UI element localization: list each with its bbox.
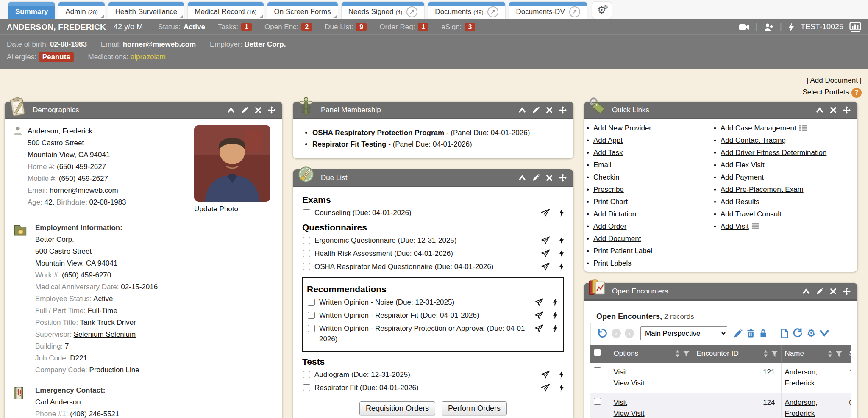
external-link-icon[interactable]: ↗ xyxy=(406,6,417,17)
patient-name-link[interactable]: Anderson, Frederick xyxy=(28,127,92,135)
list-icon[interactable] xyxy=(752,223,759,229)
send-plane-icon[interactable] xyxy=(534,298,544,307)
prev-page-icon[interactable]: ‹ xyxy=(612,329,621,338)
tab-needs-signed[interactable]: Needs Signed(4)↗ xyxy=(342,2,425,19)
supervisor-link[interactable]: Selenium Selenium xyxy=(74,330,136,338)
quick-link[interactable]: Add Dictation xyxy=(593,210,636,218)
close-icon[interactable] xyxy=(830,288,837,295)
collapse-icon[interactable] xyxy=(227,107,235,113)
quick-link[interactable]: Add Travel Consult xyxy=(721,210,782,218)
external-link-icon[interactable]: ↗ xyxy=(487,6,498,17)
lightning-icon[interactable] xyxy=(552,298,558,307)
send-plane-icon[interactable] xyxy=(541,383,550,392)
video-camera-icon[interactable] xyxy=(739,22,750,32)
quick-link[interactable]: Add Pre-Placement Exam xyxy=(721,185,804,194)
quick-link[interactable]: Add Document xyxy=(593,235,641,243)
lightning-icon[interactable] xyxy=(559,370,564,379)
gear-icon[interactable]: ⚙ xyxy=(807,329,816,338)
chart-stats-icon[interactable] xyxy=(849,22,861,32)
visit-link[interactable]: Visit xyxy=(614,399,627,407)
tab-settings-gears-icon[interactable]: ⚙⚙ xyxy=(592,2,612,19)
demographics-header[interactable]: Demographics xyxy=(5,102,282,119)
order-req-counter[interactable]: Order Req:1 xyxy=(379,23,428,31)
open-enc-counter[interactable]: Open Enc:2 xyxy=(264,23,312,31)
perspective-select[interactable]: Main Perspective xyxy=(640,326,727,340)
trash-icon[interactable] xyxy=(746,329,755,338)
close-icon[interactable] xyxy=(830,107,837,113)
chevron-down-icon[interactable] xyxy=(820,330,829,337)
close-icon[interactable] xyxy=(546,107,553,113)
tab-summary[interactable]: Summary xyxy=(8,2,55,19)
move-icon[interactable] xyxy=(843,288,851,295)
due-item-checkbox[interactable] xyxy=(303,263,310,270)
external-link-icon[interactable]: ↗ xyxy=(569,6,580,17)
send-plane-icon[interactable] xyxy=(541,208,550,217)
panel-membership-header[interactable]: Panel Membership xyxy=(293,102,573,119)
edit-pencil-icon[interactable] xyxy=(241,106,248,113)
send-plane-icon[interactable] xyxy=(541,370,550,379)
collapse-icon[interactable] xyxy=(518,174,526,181)
lightning-icon[interactable] xyxy=(559,208,564,217)
quick-link[interactable]: Add Task xyxy=(593,149,623,157)
move-icon[interactable] xyxy=(559,174,567,182)
perform-orders-button[interactable]: Perform Orders xyxy=(442,401,507,415)
tab-on-screen-forms[interactable]: On Screen Forms xyxy=(267,2,338,19)
tab-medical-record[interactable]: Medical Record(16) xyxy=(188,2,263,19)
help-icon[interactable]: ? xyxy=(851,88,862,98)
due-item-checkbox[interactable] xyxy=(303,250,310,257)
patient-name-link[interactable]: Anderson, Frederick xyxy=(785,368,818,387)
sort-icon[interactable] xyxy=(675,350,680,357)
send-plane-icon[interactable] xyxy=(541,249,550,258)
move-icon[interactable] xyxy=(559,106,567,114)
filter-funnel-icon[interactable] xyxy=(836,351,842,357)
quick-link[interactable]: Add Order xyxy=(593,222,626,230)
filter-funnel-icon[interactable] xyxy=(771,351,778,357)
allergy-badge[interactable]: Peanuts xyxy=(39,52,74,62)
collapse-icon[interactable] xyxy=(518,107,526,113)
quick-link[interactable]: Email xyxy=(593,161,612,169)
sort-icon[interactable] xyxy=(828,350,832,357)
quick-link[interactable]: Checkin xyxy=(593,173,619,181)
next-page-icon[interactable]: › xyxy=(625,329,634,338)
lightning-icon[interactable] xyxy=(788,22,795,32)
quick-link[interactable]: Print Labels xyxy=(593,259,632,267)
lightning-icon[interactable] xyxy=(559,262,564,271)
quick-link[interactable]: Add Flex Visit xyxy=(721,161,765,169)
open-encounters-header[interactable]: Open Encounters xyxy=(584,283,857,301)
new-document-icon[interactable] xyxy=(780,329,789,338)
order-req-badge[interactable]: 1 xyxy=(418,23,428,31)
close-icon[interactable] xyxy=(546,174,553,181)
requisition-orders-button[interactable]: Requisition Orders xyxy=(359,401,435,415)
patient-name-link[interactable]: Anderson, Frederick xyxy=(785,399,818,418)
due-item-checkbox[interactable] xyxy=(303,209,310,216)
due-list-badge[interactable]: 9 xyxy=(356,23,367,31)
close-icon[interactable] xyxy=(255,107,262,113)
due-list-header[interactable]: Due List xyxy=(293,169,573,187)
lightning-icon[interactable] xyxy=(552,324,558,333)
move-icon[interactable] xyxy=(843,106,851,114)
edit-pencil-icon[interactable] xyxy=(532,174,540,181)
edit-pencil-icon[interactable] xyxy=(734,329,743,338)
add-document-link[interactable]: Add Document xyxy=(810,76,857,84)
tab-documents-dv[interactable]: Documents-DV↗ xyxy=(509,2,587,19)
move-icon[interactable] xyxy=(268,106,275,114)
send-plane-icon[interactable] xyxy=(541,236,550,245)
undo-icon[interactable] xyxy=(597,328,608,339)
tasks-badge[interactable]: 1 xyxy=(241,23,252,31)
add-person-icon[interactable] xyxy=(764,22,774,32)
row-checkbox[interactable] xyxy=(594,398,601,405)
select-all-checkbox[interactable] xyxy=(594,349,601,356)
sort-icon[interactable] xyxy=(763,350,768,357)
collapse-icon[interactable] xyxy=(816,107,823,113)
visit-link[interactable]: Visit xyxy=(614,368,627,376)
send-plane-icon[interactable] xyxy=(541,262,550,271)
collapse-icon[interactable] xyxy=(802,288,810,294)
quick-link[interactable]: Add Appt xyxy=(593,136,623,144)
due-item-checkbox[interactable] xyxy=(308,299,315,306)
select-portlets-link[interactable]: Select Portlets xyxy=(802,88,849,96)
quick-link[interactable]: Prescribe xyxy=(593,185,624,194)
due-item-checkbox[interactable] xyxy=(308,325,315,332)
update-photo-link[interactable]: Update Photo xyxy=(194,205,238,213)
tab-admin[interactable]: Admin(28) xyxy=(58,2,104,19)
quick-link[interactable]: Add New Provider xyxy=(593,124,651,132)
